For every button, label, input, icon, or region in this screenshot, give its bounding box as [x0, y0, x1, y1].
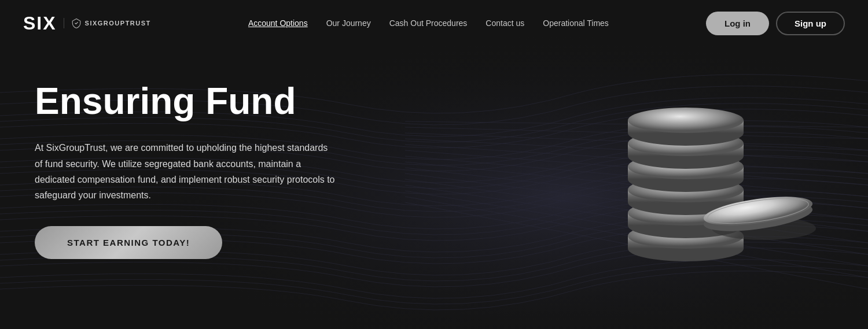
svg-point-33 [628, 108, 744, 133]
nav-item-our-journey[interactable]: Our Journey [326, 18, 371, 28]
nav-link-operational[interactable]: Operational Times [543, 19, 609, 28]
hero-content: Ensuring Fund At SixGroupTrust, we are c… [35, 81, 336, 259]
nav-actions: Log in Sign up [706, 12, 845, 35]
nav-link-account-options[interactable]: Account Options [248, 19, 308, 28]
nav-item-operational[interactable]: Operational Times [543, 18, 609, 28]
nav-item-account-options[interactable]: Account Options [248, 18, 308, 28]
navbar: SIX SixGroupTrust Account Options Our Jo… [0, 0, 868, 46]
logo-brand: SixGroupTrust [64, 18, 151, 28]
brand-name: SixGroupTrust [85, 20, 151, 27]
nav-link-our-journey[interactable]: Our Journey [326, 19, 371, 28]
signup-button[interactable]: Sign up [776, 12, 845, 35]
coin-illustration [579, 58, 822, 278]
hero-title: Ensuring Fund [35, 81, 336, 121]
nav-links: Account Options Our Journey Cash Out Pro… [248, 18, 609, 28]
nav-item-contact[interactable]: Contact us [486, 18, 524, 28]
nav-item-cash-out[interactable]: Cash Out Procedures [389, 18, 468, 28]
hero-description: At SixGroupTrust, we are committed to up… [35, 140, 336, 203]
logo-six: SIX [23, 13, 57, 34]
cta-button[interactable]: START EARNING TODAY! [35, 226, 222, 259]
login-button[interactable]: Log in [706, 12, 769, 35]
logo-section: SIX SixGroupTrust [23, 13, 151, 34]
nav-link-contact[interactable]: Contact us [486, 19, 524, 28]
brand-icon [71, 18, 82, 28]
nav-link-cash-out[interactable]: Cash Out Procedures [389, 19, 468, 28]
